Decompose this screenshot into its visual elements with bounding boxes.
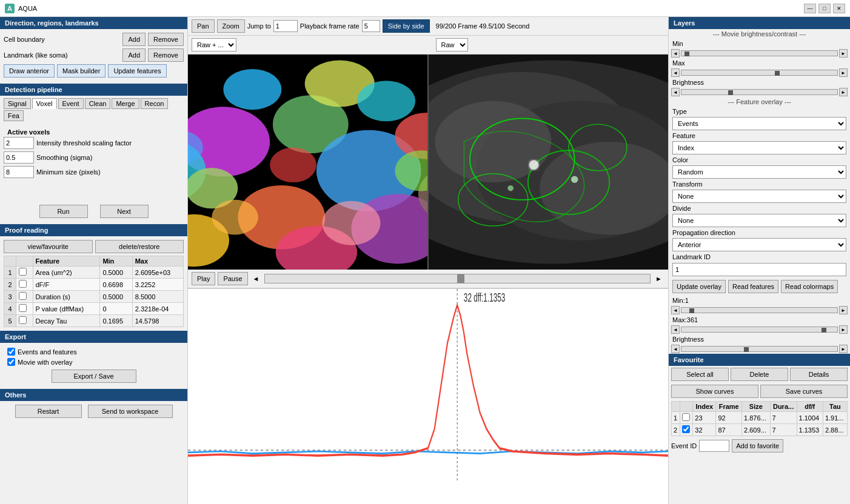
- divide-select[interactable]: None: [672, 214, 846, 227]
- min-range-track[interactable]: [681, 307, 838, 313]
- scrubber[interactable]: [264, 274, 651, 284]
- row-max: 3.2252: [132, 279, 183, 291]
- min-range-left[interactable]: ◄: [671, 306, 680, 314]
- min-range-right[interactable]: ►: [839, 306, 848, 314]
- run-button[interactable]: Run: [39, 205, 88, 218]
- favourite-header: Favourite: [669, 354, 850, 366]
- features-table: Feature Min Max 1 Area (um^2) 0.5000 2.6…: [4, 256, 184, 327]
- jump-to-label: Jump to: [247, 22, 271, 30]
- movie-overlay-checkbox[interactable]: [7, 358, 15, 366]
- max-range-right[interactable]: ►: [839, 325, 848, 334]
- fav-col-index: Index: [693, 402, 716, 412]
- add-to-favorite-button[interactable]: Add to favorite: [732, 439, 783, 453]
- threshold-input[interactable]: [4, 137, 34, 149]
- update-features-button[interactable]: Update features: [108, 64, 166, 78]
- max-range-thumb: [822, 328, 826, 333]
- select-all-button[interactable]: Select all: [671, 368, 729, 381]
- arrow-left-icon[interactable]: ◄: [250, 275, 262, 282]
- jump-to-input[interactable]: [273, 20, 298, 32]
- view-mode-dropdown1[interactable]: Raw + ...: [192, 38, 236, 51]
- fav-check[interactable]: [680, 424, 692, 436]
- fav-col-frame: Frame: [716, 402, 742, 412]
- color-label: Color: [669, 155, 850, 165]
- fav-col-check: [680, 402, 692, 412]
- min-slider-track[interactable]: [681, 50, 838, 56]
- cell-boundary-add-button[interactable]: Add: [122, 33, 146, 46]
- events-features-checkbox[interactable]: [7, 348, 15, 356]
- tab-signal[interactable]: Signal: [4, 98, 31, 109]
- type-select[interactable]: Events: [672, 117, 846, 130]
- action-buttons-row: Draw anterior Mask builder Update featur…: [4, 64, 184, 78]
- details-button[interactable]: Details: [790, 368, 848, 381]
- propagation-select[interactable]: Anterior: [672, 238, 846, 251]
- read-features-button[interactable]: Read features: [728, 280, 778, 293]
- max-range-track[interactable]: [681, 327, 838, 333]
- minimize-button[interactable]: —: [804, 4, 816, 13]
- restart-button[interactable]: Restart: [15, 405, 82, 418]
- tab-voxel[interactable]: Voxel: [32, 98, 57, 109]
- section-proofreading-header: Proof reading: [0, 224, 187, 236]
- row-check[interactable]: [16, 291, 33, 303]
- brightness2-track[interactable]: [681, 346, 838, 352]
- delete-restore-button[interactable]: delete/restore: [95, 240, 184, 253]
- arrow-right-icon[interactable]: ►: [653, 275, 664, 282]
- row-check[interactable]: [16, 303, 33, 315]
- row-check[interactable]: [16, 279, 33, 291]
- transform-select[interactable]: None: [672, 190, 846, 203]
- draw-anterior-button[interactable]: Draw anterior: [4, 64, 55, 78]
- tab-fea[interactable]: Fea: [4, 110, 24, 121]
- next-button[interactable]: Next: [100, 205, 149, 218]
- side-by-side-button[interactable]: Side by side: [383, 19, 430, 33]
- row-max: 2.6095e+03: [132, 267, 183, 279]
- tab-event[interactable]: Event: [58, 98, 84, 109]
- section-direction-content: Cell boundary Add Remove Landmark (like …: [0, 29, 187, 84]
- tab-merge[interactable]: Merge: [112, 98, 139, 109]
- close-button[interactable]: ✕: [833, 4, 845, 13]
- view-favourite-button[interactable]: view/favourite: [4, 240, 93, 253]
- max-slider-left[interactable]: ◄: [671, 68, 680, 77]
- maximize-button[interactable]: □: [818, 4, 831, 13]
- save-curves-button[interactable]: Save curves: [760, 385, 848, 398]
- cell-boundary-remove-button[interactable]: Remove: [148, 33, 184, 46]
- minsize-input[interactable]: [4, 166, 34, 178]
- playback-rate-input[interactable]: [362, 20, 380, 32]
- col-min: Min: [100, 256, 132, 267]
- max-range-left[interactable]: ◄: [671, 325, 680, 334]
- max-slider-track[interactable]: [681, 70, 838, 76]
- view-mode-dropdown2[interactable]: Raw: [436, 38, 468, 51]
- fav-check[interactable]: [680, 412, 692, 424]
- tab-recon[interactable]: Recon: [141, 98, 169, 109]
- overlay-buttons: Update overlay Read features Read colorm…: [669, 277, 850, 296]
- smoothing-input[interactable]: [4, 151, 34, 164]
- brightness-slider-track[interactable]: [681, 89, 838, 95]
- feature-select[interactable]: Index: [672, 141, 846, 154]
- export-save-button[interactable]: Export / Save: [52, 370, 136, 383]
- min-slider-right[interactable]: ►: [839, 49, 848, 58]
- pipeline-tabs: Signal Voxel Event Clean Merge Recon Fea: [0, 96, 187, 124]
- mask-builder-button[interactable]: Mask builder: [57, 64, 105, 78]
- brightness-slider-right[interactable]: ►: [839, 88, 848, 96]
- pause-button[interactable]: Pause: [218, 272, 247, 285]
- play-button[interactable]: Play: [192, 272, 215, 285]
- update-overlay-button[interactable]: Update overlay: [672, 280, 726, 293]
- color-select[interactable]: Random: [672, 165, 846, 179]
- zoom-button[interactable]: Zoom: [217, 19, 245, 33]
- row-check[interactable]: [16, 267, 33, 279]
- landmark-add-button[interactable]: Add: [122, 48, 146, 62]
- delete-button[interactable]: Delete: [731, 368, 788, 381]
- row-check[interactable]: [16, 315, 33, 327]
- read-colormaps-button[interactable]: Read colormaps: [781, 280, 838, 293]
- max-slider-right[interactable]: ►: [839, 68, 848, 77]
- tab-clean[interactable]: Clean: [85, 98, 111, 109]
- event-id-input[interactable]: [699, 440, 729, 452]
- landmark-remove-button[interactable]: Remove: [148, 48, 184, 62]
- row-feature: Duration (s): [33, 291, 100, 303]
- pan-button[interactable]: Pan: [192, 19, 215, 33]
- brightness-slider-left[interactable]: ◄: [671, 88, 680, 96]
- send-workspace-button[interactable]: Send to workspace: [88, 405, 173, 418]
- landmark-id-input[interactable]: [672, 263, 846, 276]
- show-curves-button[interactable]: Show curves: [671, 385, 758, 398]
- brightness2-right[interactable]: ►: [839, 345, 848, 353]
- brightness2-left[interactable]: ◄: [671, 345, 680, 353]
- min-slider-left[interactable]: ◄: [671, 49, 680, 58]
